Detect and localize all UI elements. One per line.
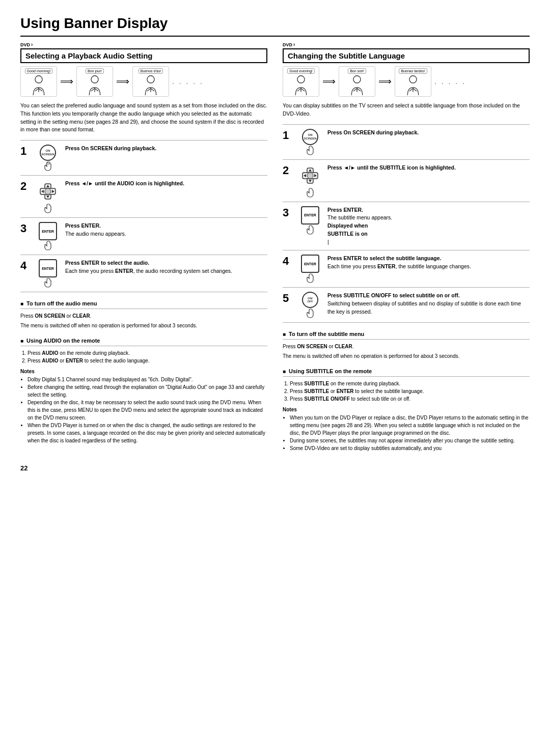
right-steps: 1 ONSCREEN Press On SCREEN during playba… [283,124,530,323]
step-title-2: Press ◄/► until the AUDIO icon is highli… [65,180,184,186]
page-number: 22 [20,464,530,472]
right-speech-bubble-1: Good evening! [287,68,315,74]
anim-frame-2: Bon jour! [76,66,113,97]
subtitle-off-body: Press ON SCREEN or CLEAR. The menu is sw… [283,343,530,360]
on-screen-btn-1[interactable]: ONSCREEN [40,145,56,161]
right-step-icon-5: ON/OFF [298,292,322,318]
enter-btn-3[interactable]: ENTER [39,222,57,240]
right-hand-icon-1 [304,145,316,155]
step-icon-1: ONSCREEN [36,145,60,171]
right-on-screen-btn-1[interactable]: ONSCREEN [302,129,318,145]
right-step-title-1: Press On SCREEN during playback. [327,129,419,135]
hand-icon-4 [42,277,54,288]
right-continuation-dots: . . . . . [434,77,466,86]
svg-point-4 [91,75,98,82]
step-num-3: 3 [20,223,31,234]
right-enter-btn-3[interactable]: ENTER [301,206,319,225]
right-step-content-4: Press ENTER to select the subtitle langu… [327,255,530,271]
step-num-2: 2 [20,181,31,192]
right-hand-icon-3 [304,225,316,235]
step-content-4: Press ENTER to select the audio. Each ti… [65,259,267,275]
right-person-icon-2 [347,75,367,95]
right-person-icon-1 [291,75,311,95]
left-steps: 1 ONSCREEN Press On SCREEN during playba… [20,140,267,292]
right-step-3: 3 ENTER Press ENTER. The subtitle menu a… [283,202,530,251]
svg-point-8 [147,75,154,82]
right-column: DVD Changing the Subtitle Language Good … [283,42,530,454]
step-body-4: Each time you press ENTER, the audio rec… [65,268,232,274]
subtitle-remote-header: Using SUBTITLE on the remote [283,366,530,377]
right-step-body-3a: The subtitle menu appears. [327,214,392,220]
right-step-body-3b: Displayed whenSUBTITLE is on [327,222,368,237]
right-step-content-3: Press ENTER. The subtitle menu appears. … [327,206,530,246]
right-anim-frame-3: Buenas tardes! [395,66,431,97]
right-intro-text: You can display subtitles on the TV scre… [283,102,530,118]
right-anim-frame-1: Good evening! [283,66,319,97]
right-step-body-5: Switching between display of subtitles a… [327,300,521,315]
right-step-1: 1 ONSCREEN Press On SCREEN during playba… [283,125,530,160]
step-title-1: Press On SCREEN during playback. [65,145,156,151]
right-step-icon-1: ONSCREEN [298,129,322,155]
hand-icon-3 [42,240,54,250]
step-title-4: Press ENTER to select the audio. [65,260,149,266]
page-title: Using Banner Display [20,15,530,37]
speech-bubble-1: Good morning! [25,68,52,74]
left-step-3: 3 ENTER Press ENTER. The audio menu appe… [20,218,267,255]
right-step-2: 2 [283,160,530,202]
right-enter-btn-4[interactable]: ENTER [301,255,319,273]
enter-btn-4[interactable]: ENTER [39,259,57,277]
left-notes-body: Dolby Digital 5.1 Channel sound may bedi… [20,376,267,444]
step-icon-4: ENTER [36,259,60,288]
speech-bubble-2: Bon jour! [86,68,104,74]
step-content-1: Press On SCREEN during playback. [65,145,267,153]
right-hand-icon-2 [304,187,316,198]
person-icon-1 [29,75,49,95]
right-person-icon-3 [403,75,423,95]
subtitle-remote-body: Press SUBTITLE on the remote during play… [283,380,530,403]
hand-icon-1 [42,161,54,171]
step-icon-3: ENTER [36,222,60,250]
left-notes-header: Notes [20,369,267,374]
right-step-icon-2 [298,164,322,198]
right-step-body-3c: | [327,239,329,245]
right-step-title-4: Press ENTER to select the subtitle langu… [327,255,441,261]
step-num-1: 1 [20,146,31,157]
right-notes-body: When you turn on the DVD Player or repla… [283,414,530,452]
right-step-title-3: Press ENTER. [327,207,363,213]
svg-point-23 [353,75,361,82]
step-content-2: Press ◄/► until the AUDIO icon is highli… [65,180,267,188]
right-step-num-4: 4 [283,256,293,267]
hand-icon-2 [42,203,54,213]
right-hand-icon-4 [304,273,316,283]
svg-point-19 [297,75,305,82]
step-title-3: Press ENTER. [65,222,101,229]
right-step-icon-3: ENTER [298,206,322,235]
right-step-num-5: 5 [283,293,293,304]
right-step-icon-4: ENTER [298,255,322,283]
right-arrow-1: ⟹ [322,76,336,87]
right-step-title-2: Press ◄/► until the SUBTITLE icon is hig… [327,164,456,171]
right-anim-frame-2: Bon soir! [339,66,375,97]
right-notes-header: Notes [283,407,530,412]
step-content-3: Press ENTER. The audio menu appears. [65,222,267,238]
continuation-dots: . . . . . [172,77,204,86]
left-step-2: 2 [20,176,267,218]
right-onoff-btn-5[interactable]: ON/OFF [302,292,318,308]
right-section-header: Changing the Subtitle Language [283,48,530,63]
arrow-2: ⟹ [116,76,129,87]
audio-off-header: To turn off the audio menu [20,298,267,309]
anim-frame-1: Good morning! [20,66,57,97]
right-step-4: 4 ENTER Press ENTER to select the subtit… [283,250,530,288]
anim-frame-3: Buenos d'as! [132,66,169,97]
right-step-body-4: Each time you press ENTER, the subtitle … [327,263,471,269]
right-animation-row: Good evening! ⟹ Bon soir! [283,66,530,97]
right-step-content-2: Press ◄/► until the SUBTITLE icon is hig… [327,164,530,172]
right-step-num-3: 3 [283,207,293,218]
person-icon-2 [85,75,105,95]
main-content: DVD Selecting a Playback Audio Setting G… [20,42,530,454]
right-step-content-5: Press SUBTITLE ON/OFF to select subtitle… [327,292,530,316]
right-step-5: 5 ON/OFF Press SUBTITLE ON/OFF to select… [283,288,530,323]
dpad-icon-2 [36,180,60,203]
dvd-label-left: DVD [20,42,267,47]
left-intro-text: You can select the preferred audio langu… [20,102,267,134]
